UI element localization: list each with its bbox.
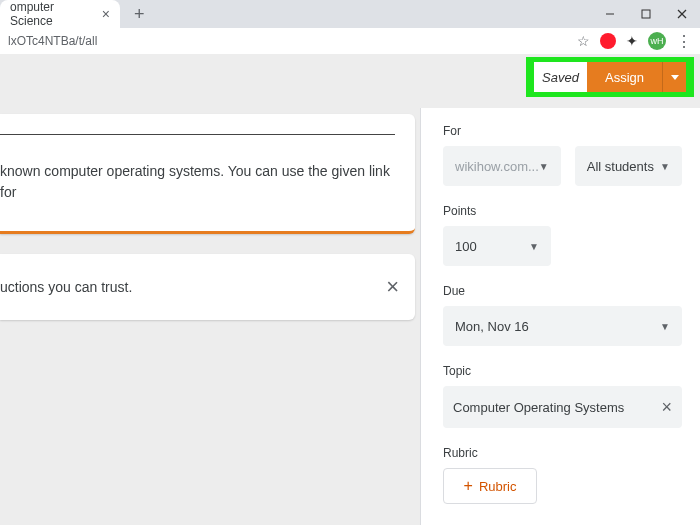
close-tab-icon[interactable]: ×	[102, 6, 110, 22]
due-value: Mon, Nov 16	[455, 319, 529, 334]
browser-menu-icon[interactable]: ⋮	[676, 32, 692, 51]
maximize-window-button[interactable]	[628, 0, 664, 28]
topic-value: Computer Operating Systems	[453, 400, 624, 415]
minimize-window-button[interactable]	[592, 0, 628, 28]
profile-avatar[interactable]: wH	[648, 32, 666, 50]
close-window-button[interactable]	[664, 0, 700, 28]
url-fragment: lxOTc4NTBa/t/all	[8, 34, 97, 48]
points-select[interactable]: 100 ▼	[443, 226, 551, 266]
tab-title: omputer Science	[10, 0, 94, 28]
attachment-card: uctions you can trust. ×	[0, 254, 415, 320]
points-label: Points	[443, 204, 682, 218]
bookmark-icon[interactable]: ☆	[577, 33, 590, 49]
assign-button[interactable]: Assign	[587, 62, 662, 92]
settings-panel: For wikihow.com... ▼ All students ▼ Poin…	[420, 108, 700, 525]
assign-dropdown-button[interactable]	[662, 62, 686, 92]
saved-status: Saved	[534, 62, 587, 92]
topic-label: Topic	[443, 364, 682, 378]
clear-topic-button[interactable]: ×	[661, 397, 672, 418]
plus-icon: +	[464, 477, 473, 495]
due-date-select[interactable]: Mon, Nov 16 ▼	[443, 306, 682, 346]
students-value: All students	[587, 159, 654, 174]
due-label: Due	[443, 284, 682, 298]
extensions-icon[interactable]: ✦	[626, 33, 638, 49]
remove-attachment-button[interactable]: ×	[386, 274, 399, 300]
assign-highlight: Saved Assign	[526, 57, 694, 97]
browser-tab[interactable]: omputer Science ×	[0, 0, 120, 28]
chevron-down-icon: ▼	[529, 241, 539, 252]
chevron-down-icon	[671, 75, 679, 80]
rubric-button-label: Rubric	[479, 479, 517, 494]
students-select[interactable]: All students ▼	[575, 146, 682, 186]
chevron-down-icon: ▼	[660, 161, 670, 172]
for-label: For	[443, 124, 682, 138]
class-select[interactable]: wikihow.com... ▼	[443, 146, 561, 186]
title-underline	[0, 134, 395, 135]
new-tab-button[interactable]: +	[128, 4, 151, 25]
svg-marker-4	[671, 75, 679, 80]
chevron-down-icon: ▼	[660, 321, 670, 332]
instructions-text: known computer operating systems. You ca…	[0, 161, 395, 203]
instructions-card: known computer operating systems. You ca…	[0, 114, 415, 234]
rubric-label: Rubric	[443, 446, 682, 460]
attachment-text: uctions you can trust.	[0, 279, 132, 295]
topic-input[interactable]: Computer Operating Systems ×	[443, 386, 682, 428]
opera-extension-icon[interactable]	[600, 33, 616, 49]
chevron-down-icon: ▼	[539, 161, 549, 172]
points-value: 100	[455, 239, 477, 254]
add-rubric-button[interactable]: + Rubric	[443, 468, 537, 504]
class-value: wikihow.com...	[455, 159, 539, 174]
svg-rect-1	[642, 10, 650, 18]
